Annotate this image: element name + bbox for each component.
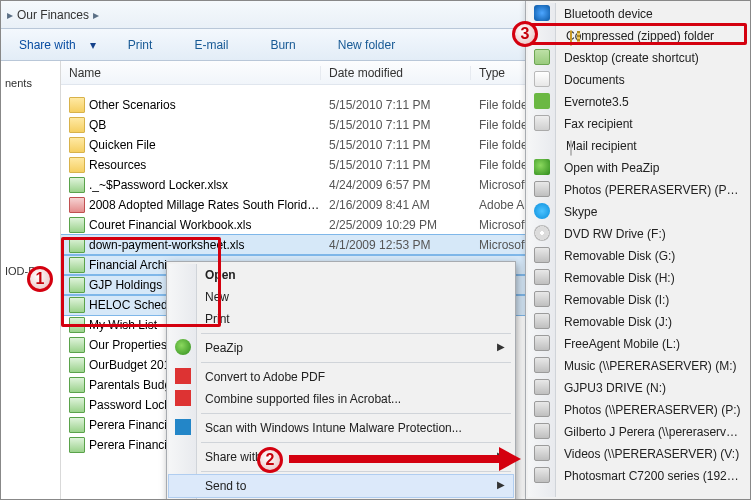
file-date: 2/16/2009 8:41 AM (329, 198, 479, 212)
context-menu: Open New Print PeaZip▶ Convert to Adobe … (166, 261, 516, 500)
ctx-convert-pdf[interactable]: Convert to Adobe PDF (169, 366, 513, 388)
sendto-item[interactable]: Evernote3.5 (528, 91, 750, 113)
sendto-item[interactable]: FreeAgent Mobile (L:) (528, 333, 750, 355)
file-name: 2008 Adopted Millage Rates South Florid… (89, 198, 329, 212)
folder-icon (69, 97, 85, 113)
xls-icon (69, 277, 85, 293)
dev-icon (534, 335, 550, 351)
print-button[interactable]: Print (118, 34, 163, 56)
chevron-icon: ▸ (93, 8, 99, 22)
ctx-share-with[interactable]: Share with▶ (169, 446, 513, 468)
xls-icon (69, 337, 85, 353)
adobe-icon (175, 368, 191, 384)
sendto-item[interactable]: Gilberto J Perera (\\pereraserver\Us (528, 421, 750, 443)
file-date: 5/15/2010 7:11 PM (329, 118, 479, 132)
chevron-icon: ▸ (7, 8, 13, 22)
breadcrumb[interactable]: ▸ Our Finances ▸ (7, 8, 99, 22)
shield-icon (175, 419, 191, 435)
dev-icon (534, 181, 550, 197)
dev-icon (534, 401, 550, 417)
xls-icon (69, 437, 85, 453)
navigation-pane[interactable]: nents IOD-P (1, 61, 61, 499)
pdf-icon (69, 197, 85, 213)
xls-icon (69, 257, 85, 273)
file-name: down-payment-worksheet.xls (89, 238, 329, 252)
file-name: Couret Financial Workbook.xls (89, 218, 329, 232)
dvd-icon (534, 225, 550, 241)
column-name[interactable]: Name (61, 66, 321, 80)
peazip-icon (175, 339, 191, 355)
xls-icon (69, 237, 85, 253)
column-date[interactable]: Date modified (321, 66, 471, 80)
xls-icon (69, 177, 85, 193)
sendto-item[interactable]: Documents (528, 69, 750, 91)
ctx-intune-scan[interactable]: Scan with Windows Intune Malware Protect… (169, 417, 513, 439)
dev-icon (534, 313, 550, 329)
ever-icon (534, 93, 550, 109)
dev-icon (534, 467, 550, 483)
ctx-combine-acrobat[interactable]: Combine supported files in Acrobat... (169, 388, 513, 410)
sendto-item[interactable]: GJPU3 DRIVE (N:) (528, 377, 750, 399)
sendto-item[interactable]: DVD RW Drive (F:) (528, 223, 750, 245)
file-date: 4/24/2009 6:57 PM (329, 178, 479, 192)
file-date: 2/25/2009 10:29 PM (329, 218, 479, 232)
xls-icon (69, 377, 85, 393)
sendto-item[interactable]: Music (\\PERERASERVER) (M:) (528, 355, 750, 377)
xls-icon (69, 357, 85, 373)
dev-icon (534, 379, 550, 395)
sendto-item[interactable]: Compressed (zipped) folder (528, 25, 750, 47)
sendto-item[interactable]: Bluetooth device (528, 3, 750, 25)
file-name: ._~$Password Locker.xlsx (89, 178, 329, 192)
doc-icon (534, 71, 550, 87)
nav-item[interactable]: IOD-P (1, 257, 60, 285)
bt-icon (534, 5, 550, 21)
ctx-peazip[interactable]: PeaZip▶ (169, 337, 513, 359)
skype-icon (534, 203, 550, 219)
folder-icon (69, 137, 85, 153)
dev-icon (534, 423, 550, 439)
file-name: QB (89, 118, 329, 132)
file-name: Other Scenarios (89, 98, 329, 112)
file-date: 5/15/2010 7:11 PM (329, 158, 479, 172)
pea-icon (534, 159, 550, 175)
burn-button[interactable]: Burn (260, 34, 305, 56)
sendto-item[interactable]: Removable Disk (I:) (528, 289, 750, 311)
sendto-item[interactable]: Skype (528, 201, 750, 223)
send-to-submenu: Bluetooth deviceCompressed (zipped) fold… (525, 1, 750, 499)
xls-icon (69, 397, 85, 413)
nav-item[interactable]: nents (1, 69, 60, 97)
file-name: Resources (89, 158, 329, 172)
sendto-item[interactable]: Removable Disk (H:) (528, 267, 750, 289)
folder-icon (69, 157, 85, 173)
xls-icon (69, 217, 85, 233)
folder-icon (69, 117, 85, 133)
sendto-item[interactable]: Mail recipient (528, 135, 750, 157)
sendto-item[interactable]: Removable Disk (J:) (528, 311, 750, 333)
file-date: 4/1/2009 12:53 PM (329, 238, 479, 252)
ctx-new[interactable]: New (169, 286, 513, 308)
desktop-icon (534, 49, 550, 65)
file-date: 5/15/2010 7:11 PM (329, 138, 479, 152)
zip-icon (570, 30, 572, 46)
sendto-item[interactable]: Open with PeaZip (528, 157, 750, 179)
dev-icon (534, 269, 550, 285)
email-button[interactable]: E-mail (184, 34, 238, 56)
dev-icon (534, 247, 550, 263)
breadcrumb-folder[interactable]: Our Finances (17, 8, 89, 22)
sendto-item[interactable]: Removable Disk (G:) (528, 245, 750, 267)
xls-icon (69, 417, 85, 433)
share-with-button[interactable]: Share with (9, 34, 86, 56)
adobe-icon (175, 390, 191, 406)
sendto-item[interactable]: Fax recipient (528, 113, 750, 135)
ctx-open[interactable]: Open (169, 264, 513, 286)
ctx-print[interactable]: Print (169, 308, 513, 330)
sendto-item[interactable]: Photosmart C7200 series (192.168.0.2 (528, 465, 750, 487)
fax-icon (534, 115, 550, 131)
sendto-item[interactable]: Desktop (create shortcut) (528, 47, 750, 69)
ctx-send-to[interactable]: Send to▶ (169, 475, 513, 497)
sendto-item[interactable]: Videos (\\PERERASERVER) (V:) (528, 443, 750, 465)
new-folder-button[interactable]: New folder (328, 34, 405, 56)
sendto-item[interactable]: Photos (PERERASERVER) (P) - Shortc (528, 179, 750, 201)
sendto-item[interactable]: Photos (\\PERERASERVER) (P:) (528, 399, 750, 421)
dev-icon (534, 291, 550, 307)
